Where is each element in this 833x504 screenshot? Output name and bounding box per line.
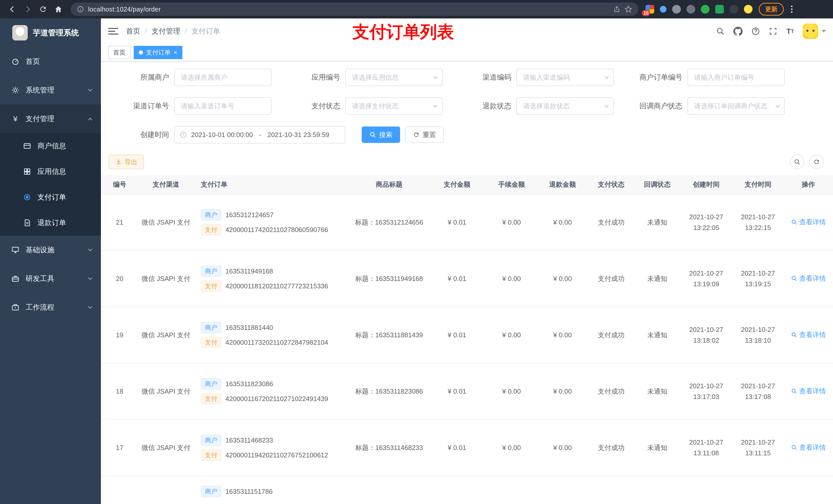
help-icon[interactable] <box>751 27 760 35</box>
table-header-row: 编号 支付渠道 支付订单 商品标题 支付金额 手续金额 退款金额 支付状态 回调… <box>101 175 833 194</box>
sidebar-item-payment[interactable]: ¥ 支付管理 <box>0 104 101 133</box>
create-time-label: 创建时间 <box>109 130 174 140</box>
channel-order-no-input[interactable] <box>174 97 271 115</box>
sidebar-item-system[interactable]: 系统管理 <box>0 76 101 104</box>
browser-menu-icon[interactable] <box>787 6 796 13</box>
chevron-down-icon <box>88 87 93 92</box>
back-icon[interactable] <box>5 2 20 16</box>
tab-home[interactable]: 首页 <box>108 46 130 59</box>
col-pay-time: 支付时间 <box>732 175 784 194</box>
sidebar-item-refund-order[interactable]: 退款订单 <box>0 210 101 236</box>
merchant-order-no: 1635311468233 <box>225 436 273 444</box>
view-detail-link[interactable]: 查看详情 <box>791 274 826 283</box>
reload-icon[interactable] <box>36 2 50 16</box>
app-select[interactable] <box>345 69 443 86</box>
notify-status: 未通知 <box>634 250 680 307</box>
credit-card-icon <box>23 142 32 150</box>
channel-pay-no: 4200001181202110277723215336 <box>225 282 328 290</box>
col-order: 支付订单 <box>194 175 351 194</box>
dashboard-icon <box>11 57 20 66</box>
bookmark-star-icon[interactable] <box>624 5 632 13</box>
user-menu[interactable] <box>803 24 826 39</box>
chevron-up-icon <box>88 118 93 122</box>
search-button[interactable]: 搜索 <box>362 126 400 143</box>
notify-status-select[interactable] <box>688 97 785 115</box>
channel-pay-no: 4200001194202110276752100612 <box>225 451 328 459</box>
extension-circle-icon-1[interactable] <box>672 5 681 14</box>
logo-avatar <box>12 25 28 41</box>
extension-emoji-icon[interactable] <box>744 5 753 14</box>
sidebar-item-dev-tools[interactable]: 研发工具 <box>0 264 101 293</box>
app-title: 芋道管理系统 <box>33 28 79 38</box>
font-size-icon[interactable]: TT <box>786 27 794 35</box>
extension-pin-icon[interactable] <box>730 5 738 14</box>
sidebar-item-workflow[interactable]: 工作流程 <box>0 293 101 322</box>
col-create-time: 创建时间 <box>680 175 732 194</box>
chevron-down-icon <box>88 247 93 251</box>
browser-update-button[interactable]: 更新 <box>759 3 784 16</box>
sidebar-item-pay-order[interactable]: 支付订单 <box>0 184 101 210</box>
pay-tag: 支付 <box>201 281 221 292</box>
merchant-input[interactable] <box>174 69 271 86</box>
order-table: 编号 支付渠道 支付订单 商品标题 支付金额 手续金额 退款金额 支付状态 回调… <box>101 175 833 504</box>
share-icon[interactable] <box>613 6 620 13</box>
extension-drop-icon[interactable] <box>660 6 667 13</box>
view-detail-link[interactable]: 查看详情 <box>791 387 826 396</box>
col-channel: 支付渠道 <box>138 175 194 194</box>
breadcrumb-home[interactable]: 首页 <box>126 26 140 36</box>
table-row: 17 微信 JSAPI 支付 商户1635311468233 支付4200001… <box>101 419 833 476</box>
refund-status-select[interactable] <box>516 97 614 115</box>
extension-chat-icon[interactable] <box>715 5 724 14</box>
breadcrumb-payment[interactable]: 支付管理 <box>152 26 180 36</box>
notify-status-label: 回调商户状态 <box>622 101 688 111</box>
forward-icon[interactable] <box>21 2 35 16</box>
extension-green-circle-icon[interactable] <box>701 5 710 14</box>
info-icon[interactable] <box>77 6 84 13</box>
merchant-order-no-input[interactable] <box>688 69 785 86</box>
target-icon <box>23 193 32 201</box>
merchant-tag: 商户 <box>201 209 221 220</box>
url-bar[interactable]: localhost:1024/pay/order <box>71 3 638 16</box>
merchant-label: 所属商户 <box>109 72 174 82</box>
extension-circle-icon-2[interactable] <box>687 5 695 14</box>
sidebar-item-infra[interactable]: 基础设施 <box>0 236 101 264</box>
sidebar-item-merchant-info[interactable]: 商户信息 <box>0 133 101 159</box>
view-detail-link[interactable]: 查看详情 <box>791 218 826 226</box>
gear-icon <box>11 86 20 94</box>
pay-status: 支付成功 <box>588 250 634 307</box>
create-time-range-picker[interactable]: 2021-10-01 00:00:00 - 2021-10-31 23:59:5… <box>174 126 345 143</box>
view-detail-link[interactable]: 查看详情 <box>791 443 826 452</box>
github-icon[interactable] <box>733 27 743 36</box>
user-avatar[interactable] <box>803 24 818 39</box>
fullscreen-icon[interactable] <box>769 27 778 35</box>
table-row-partial: 商户1635311151786 <box>101 476 833 504</box>
file-icon <box>23 219 32 227</box>
tab-close-icon[interactable]: × <box>174 49 177 55</box>
goods-title: 标题：1635311949168 <box>351 250 428 307</box>
extension-grid-icon[interactable]: 10 <box>645 5 654 14</box>
header-search-icon[interactable] <box>716 27 724 35</box>
sidebar-item-home[interactable]: 首页 <box>0 47 101 76</box>
toolbox-icon <box>11 274 20 283</box>
col-id: 编号 <box>101 175 138 194</box>
channel-code-select[interactable] <box>516 69 614 86</box>
merchant-tag: 商户 <box>201 266 221 277</box>
home-icon[interactable] <box>51 2 66 16</box>
pay-status-select[interactable] <box>345 97 443 115</box>
caret-down-icon <box>822 30 826 32</box>
view-detail-link[interactable]: 查看详情 <box>791 330 826 339</box>
notify-status: 未通知 <box>634 363 680 419</box>
url-text[interactable]: localhost:1024/pay/order <box>88 6 609 13</box>
sidebar-item-app-info[interactable]: 应用信息 <box>0 159 101 184</box>
channel-code-label: 渠道编码 <box>451 72 516 82</box>
refresh-table-button[interactable] <box>809 155 824 169</box>
hamburger-icon[interactable] <box>108 28 118 34</box>
toggle-search-button[interactable] <box>790 155 804 169</box>
export-button[interactable]: 导出 <box>109 155 144 169</box>
clock-icon <box>180 131 187 138</box>
col-notify-status: 回调状态 <box>634 175 680 194</box>
refund-status-label: 退款状态 <box>451 101 516 111</box>
tab-pay-order[interactable]: 支付订单 × <box>134 46 182 59</box>
merchant-order-no: 1635311823086 <box>225 380 273 388</box>
reset-button[interactable]: 重置 <box>405 126 444 143</box>
